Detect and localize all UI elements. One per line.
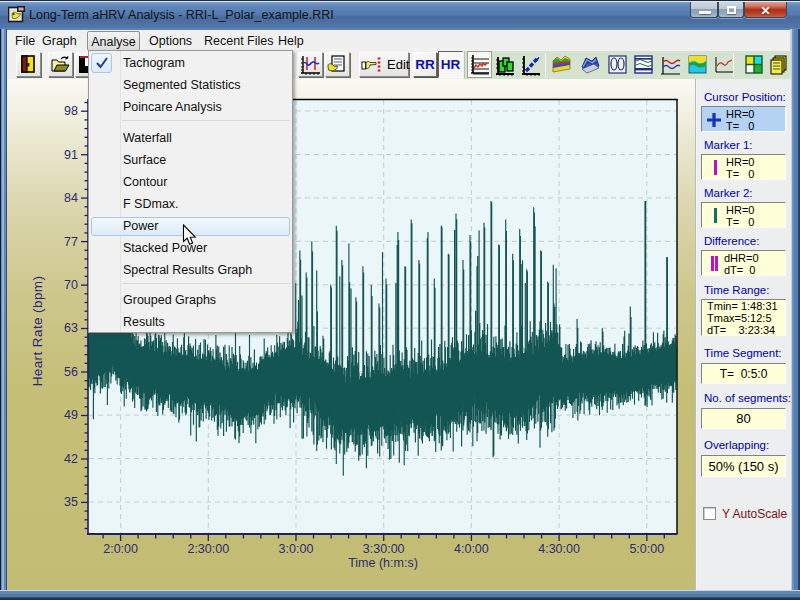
- svg-text:77: 77: [64, 235, 78, 249]
- svg-text:5:0:00: 5:0:00: [629, 542, 664, 556]
- svg-text:84: 84: [64, 191, 78, 205]
- svg-text:3:0:00: 3:0:00: [279, 542, 314, 556]
- svg-text:35: 35: [64, 495, 78, 509]
- svg-text:Time (h:m:s): Time (h:m:s): [348, 556, 418, 570]
- svg-text:91: 91: [64, 148, 78, 162]
- svg-text:Heart Rate (bpm): Heart Rate (bpm): [30, 276, 45, 387]
- svg-text:56: 56: [64, 365, 78, 379]
- svg-text:3:30:00: 3:30:00: [363, 542, 405, 556]
- svg-text:63: 63: [64, 321, 78, 335]
- svg-text:2:0:00: 2:0:00: [103, 542, 138, 556]
- svg-text:49: 49: [64, 408, 78, 422]
- svg-text:4:0:00: 4:0:00: [454, 542, 489, 556]
- svg-text:98: 98: [64, 104, 78, 118]
- svg-text:70: 70: [64, 278, 78, 292]
- svg-text:4:30:00: 4:30:00: [538, 542, 580, 556]
- svg-text:2:30:00: 2:30:00: [187, 542, 229, 556]
- svg-text:42: 42: [64, 452, 78, 466]
